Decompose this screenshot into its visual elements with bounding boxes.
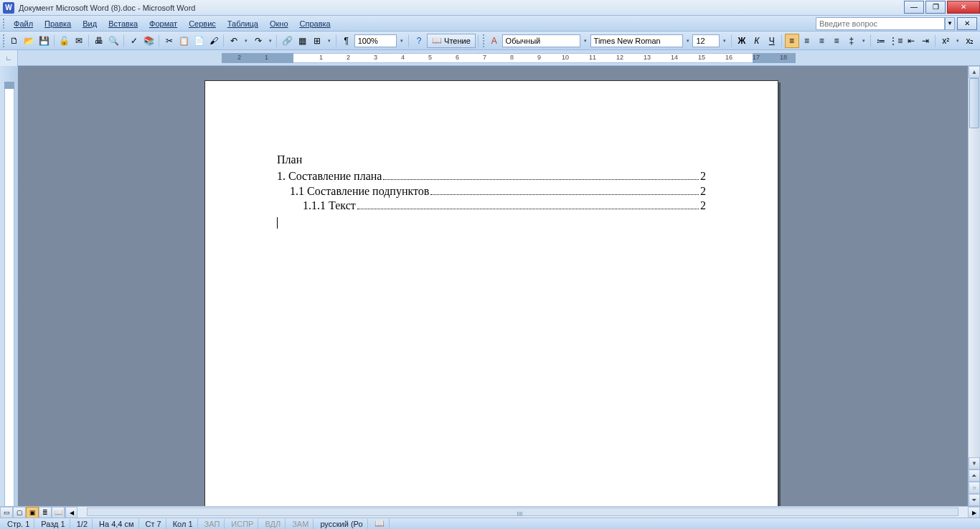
scroll-left-icon[interactable]: ◀ [65,507,77,518]
bold-icon[interactable]: Ж [735,34,749,48]
toolbar-grip-icon[interactable] [3,34,5,47]
status-ovr[interactable]: ЗАМ [288,519,314,529]
status-line[interactable]: Ст 7 [141,519,166,529]
copy-icon[interactable]: 📋 [176,34,191,48]
cut-icon[interactable]: ✂ [162,34,176,48]
align-right-icon[interactable]: ≡ [814,34,829,48]
scroll-thumb[interactable] [969,78,979,128]
align-center-icon[interactable]: ≡ [800,34,814,48]
increase-indent-icon[interactable]: ⇥ [918,34,933,48]
status-trk[interactable]: ИСПР [227,519,258,529]
styles-task-pane-icon[interactable]: A [487,34,501,48]
page-content[interactable]: План 1. Составление плана 2 1.1 Составле… [205,81,778,231]
zoom-input[interactable]: 100% [354,34,397,47]
menu-insert[interactable]: Вставка [103,18,143,29]
border-dropdown-icon[interactable]: ▾ [953,34,962,48]
paste-icon[interactable]: 📄 [192,34,206,48]
next-page-icon[interactable]: ⏷ [969,494,980,506]
undo-icon[interactable]: ↶ [227,34,241,48]
subscript-icon[interactable]: x₂ [963,34,977,48]
toolbar-grip-icon[interactable] [3,19,5,29]
decrease-indent-icon[interactable]: ⇤ [904,34,918,48]
help-search-input[interactable] [816,17,945,30]
show-formatting-icon[interactable]: ¶ [339,34,354,48]
print-icon[interactable]: 🖶 [92,34,106,48]
scroll-track[interactable] [969,78,980,470]
normal-view-icon[interactable]: ▭ [0,507,13,518]
select-browse-object-icon[interactable]: ○ [969,482,980,494]
menu-tools[interactable]: Сервис [183,18,222,29]
reading-layout-button[interactable]: 📖 Чтение [427,34,476,48]
page[interactable]: План 1. Составление плана 2 1.1 Составле… [204,80,778,506]
numbering-icon[interactable]: ≔ [874,34,888,48]
redo-dropdown-icon[interactable]: ▾ [266,34,275,48]
close-button[interactable]: ✕ [947,1,980,14]
undo-dropdown-icon[interactable]: ▾ [242,34,250,48]
horizontal-ruler[interactable]: 2 1 1 2 3 4 5 6 7 8 9 10 11 12 13 14 15 … [18,50,980,65]
style-selector[interactable]: Обычный [502,34,580,47]
scroll-down-icon[interactable]: ▼ [969,457,980,470]
vertical-ruler[interactable] [0,66,18,506]
menu-window[interactable]: Окно [264,18,294,29]
minimize-button[interactable]: — [904,1,924,14]
status-ext[interactable]: ВДЛ [260,519,286,529]
status-spellcheck-icon[interactable]: 📖 [370,519,390,529]
help-dropdown-icon[interactable]: ▼ [945,17,955,30]
status-at[interactable]: На 4,4 см [95,519,139,529]
ms-help-icon[interactable]: ? [412,34,426,48]
toolbar-grip-icon[interactable] [483,34,485,47]
status-col[interactable]: Кол 1 [169,519,198,529]
font-size-dropdown-icon[interactable]: ▾ [720,34,729,48]
menu-view[interactable]: Вид [77,18,103,29]
tables-borders-icon[interactable]: ▦ [295,34,309,48]
font-size-selector[interactable]: 12 [692,34,720,47]
menu-help[interactable]: Справка [294,18,336,29]
menu-file[interactable]: Файл [8,18,39,29]
tab-selector-icon[interactable]: ∟ [0,50,18,66]
scroll-right-icon[interactable]: ▶ [968,507,980,518]
document-viewport[interactable]: План 1. Составление плана 2 1.1 Составле… [18,66,968,506]
menu-edit[interactable]: Правка [39,18,77,29]
align-justify-icon[interactable]: ≡ [829,34,844,48]
save-icon[interactable]: 💾 [37,34,52,48]
line-spacing-icon[interactable]: ‡ [844,34,859,48]
reading-view-icon[interactable]: 📖 [52,507,65,518]
hscroll-thumb[interactable] [87,507,958,516]
underline-icon[interactable]: Ч [765,34,779,48]
permission-icon[interactable]: 🔓 [57,34,72,48]
style-dropdown-icon[interactable]: ▾ [581,34,590,48]
scroll-up-icon[interactable]: ▲ [969,66,980,78]
new-doc-icon[interactable]: 🗋 [7,34,22,48]
status-section[interactable]: Разд 1 [37,519,70,529]
mail-icon[interactable]: ✉ [72,34,86,48]
font-dropdown-icon[interactable]: ▾ [684,34,692,48]
font-selector[interactable]: Times New Roman [590,34,683,47]
bullets-icon[interactable]: ⋮≡ [889,34,903,48]
hyperlink-icon[interactable]: 🔗 [280,34,294,48]
align-left-icon[interactable]: ≡ [785,34,799,48]
outline-view-icon[interactable]: ≣ [39,507,52,518]
status-rec[interactable]: ЗАП [200,519,225,529]
print-preview-icon[interactable]: 🔍 [107,34,121,48]
prev-page-icon[interactable]: ⏶ [969,470,980,482]
maximize-button[interactable]: ❐ [925,1,946,14]
superscript-icon[interactable]: x² [938,34,953,48]
open-icon[interactable]: 📂 [22,34,37,48]
status-page[interactable]: Стр. 1 [3,519,34,529]
spellcheck-icon[interactable]: ✓ [127,34,141,48]
italic-icon[interactable]: К [750,34,764,48]
research-icon[interactable]: 📚 [142,34,156,48]
print-layout-view-icon[interactable]: ▣ [26,507,39,518]
redo-icon[interactable]: ↷ [251,34,265,48]
status-pages[interactable]: 1/2 [72,519,93,529]
line-spacing-dropdown-icon[interactable]: ▾ [859,34,868,48]
horizontal-scrollbar[interactable]: ◀ ▶ [65,507,980,518]
table-dropdown-icon[interactable]: ▾ [325,34,334,48]
format-painter-icon[interactable]: 🖌 [207,34,221,48]
web-view-icon[interactable]: ▢ [13,507,26,518]
vertical-scrollbar[interactable]: ▲ ▼ ⏶ ○ ⏷ [968,66,980,506]
status-language[interactable]: русский (Ро [316,519,367,529]
zoom-dropdown-icon[interactable]: ▾ [397,34,406,48]
doc-close-button[interactable]: ✕ [957,17,977,30]
menu-table[interactable]: Таблица [222,18,264,29]
